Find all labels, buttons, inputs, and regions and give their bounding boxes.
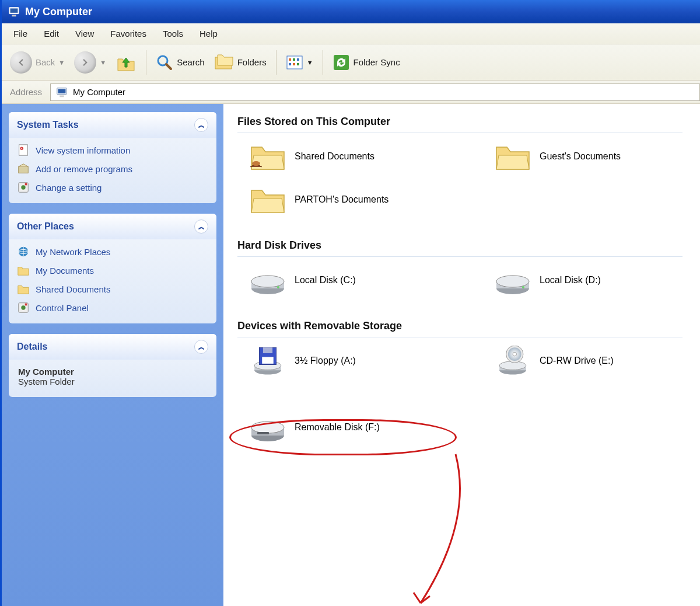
details-panel: Details ︽ My Computer System Folder [9, 334, 216, 397]
item-partoh-documents[interactable]: PARTOH's Documents [249, 184, 436, 215]
svg-rect-16 [19, 145, 28, 155]
svg-rect-14 [58, 89, 66, 93]
item-local-disk-d[interactable]: Local Disk (D:) [494, 265, 681, 295]
content: System Tasks ︽ View system information A… [2, 104, 700, 606]
link-control-panel[interactable]: Control Panel [17, 301, 208, 314]
address-bar: Address My Computer [2, 81, 700, 104]
item-local-disk-c[interactable]: Local Disk (C:) [249, 265, 436, 295]
section-header-removable: Devices with Removable Storage [237, 320, 682, 337]
removable-disk-icon [249, 412, 286, 443]
link-shared-documents[interactable]: Shared Documents [17, 283, 208, 295]
address-path: My Computer [73, 87, 125, 97]
svg-rect-11 [297, 63, 299, 65]
menu-tools[interactable]: Tools [155, 26, 191, 41]
svg-rect-1 [10, 9, 18, 13]
menu-help[interactable]: Help [191, 26, 226, 41]
svg-point-50 [251, 422, 284, 433]
floppy-icon [249, 346, 286, 376]
folder-icon [249, 184, 286, 215]
folder-icon [494, 141, 531, 172]
forward-button[interactable]: ▼ [71, 49, 110, 76]
section-header-files: Files Stored on This Computer [237, 116, 682, 133]
window: My Computer File Edit View Favorites Too… [0, 0, 700, 606]
svg-rect-18 [19, 166, 29, 173]
svg-point-25 [21, 305, 25, 309]
system-tasks-panel: System Tasks ︽ View system information A… [9, 112, 216, 203]
svg-point-35 [522, 286, 524, 288]
main-pane: Files Stored on This Computer Shared Doc… [223, 104, 700, 606]
search-button[interactable]: Search [152, 51, 208, 74]
details-name: My Computer [18, 367, 207, 377]
svg-point-34 [496, 276, 529, 287]
svg-rect-15 [60, 95, 64, 97]
item-floppy-a[interactable]: 3½ Floppy (A:) [249, 346, 436, 376]
details-type: System Folder [18, 377, 207, 386]
svg-rect-40 [263, 347, 272, 353]
item-shared-documents[interactable]: Shared Documents [249, 141, 436, 172]
toolbar: Back ▼ ▼ Search [2, 44, 700, 81]
control-panel-icon [17, 301, 30, 314]
mydocs-icon [17, 264, 30, 277]
task-change-setting[interactable]: Change a setting [17, 181, 208, 194]
address-field[interactable]: My Computer [50, 83, 700, 101]
dropdown-chevron-icon: ▼ [100, 59, 106, 66]
svg-rect-5 [287, 56, 302, 69]
collapse-icon: ︽ [194, 220, 208, 234]
shareddocs-icon [17, 283, 30, 295]
titlebar[interactable]: My Computer [2, 0, 700, 23]
menu-favorites[interactable]: Favorites [102, 26, 155, 41]
menu-file[interactable]: File [5, 26, 36, 41]
item-cdrw-e[interactable]: CD-RW Drive (E:) [494, 346, 681, 376]
svg-point-30 [251, 276, 284, 287]
folders-button[interactable]: Folders [211, 51, 270, 74]
link-my-documents[interactable]: My Documents [17, 264, 208, 277]
system-tasks-header[interactable]: System Tasks ︽ [9, 112, 216, 138]
other-places-panel: Other Places ︽ My Network Places My Docu… [9, 214, 216, 323]
svg-point-20 [21, 185, 25, 189]
item-guest-documents[interactable]: Guest's Documents [494, 141, 681, 172]
up-button[interactable] [112, 50, 140, 75]
svg-rect-9 [289, 63, 291, 65]
window-title: My Computer [25, 6, 92, 18]
svg-line-4 [166, 64, 171, 69]
back-button[interactable]: Back ▼ [6, 49, 68, 76]
task-add-remove-programs[interactable]: Add or remove programs [17, 162, 208, 175]
search-icon [156, 54, 173, 71]
svg-point-31 [277, 286, 279, 288]
toolbar-separator [276, 50, 276, 75]
collapse-icon: ︽ [194, 118, 208, 132]
views-button[interactable]: ▼ [282, 53, 317, 72]
views-icon [286, 55, 303, 70]
menu-view[interactable]: View [67, 26, 102, 41]
my-computer-icon [8, 5, 20, 18]
svg-rect-41 [262, 357, 274, 364]
menubar: File Edit View Favorites Tools Help [2, 23, 700, 44]
folder-sync-button[interactable]: Folder Sync [329, 51, 404, 74]
svg-rect-8 [297, 58, 299, 61]
svg-rect-51 [257, 432, 269, 434]
address-label: Address [2, 87, 50, 97]
box-icon [17, 162, 30, 175]
hdd-icon [494, 265, 531, 295]
hdd-icon [249, 265, 286, 295]
other-places-header[interactable]: Other Places ︽ [9, 214, 216, 239]
svg-point-47 [513, 352, 517, 356]
item-removable-f[interactable]: Removable Disk (F:) [249, 412, 436, 443]
link-my-network-places[interactable]: My Network Places [17, 245, 208, 258]
task-view-system-info[interactable]: View system information [17, 144, 208, 156]
info-sheet-icon [17, 144, 30, 156]
my-computer-icon [55, 86, 68, 99]
toolbar-separator [323, 50, 323, 75]
svg-rect-2 [12, 15, 16, 17]
back-arrow-icon [10, 51, 32, 74]
menu-edit[interactable]: Edit [36, 26, 67, 41]
sync-icon [332, 54, 350, 71]
toolbar-separator [146, 50, 146, 75]
details-header[interactable]: Details ︽ [9, 334, 216, 360]
svg-rect-7 [293, 58, 295, 61]
section-header-hdd: Hard Disk Drives [237, 239, 682, 257]
svg-rect-6 [289, 58, 291, 61]
folders-icon [214, 54, 234, 71]
cd-icon [494, 346, 531, 376]
svg-rect-26 [25, 304, 27, 306]
